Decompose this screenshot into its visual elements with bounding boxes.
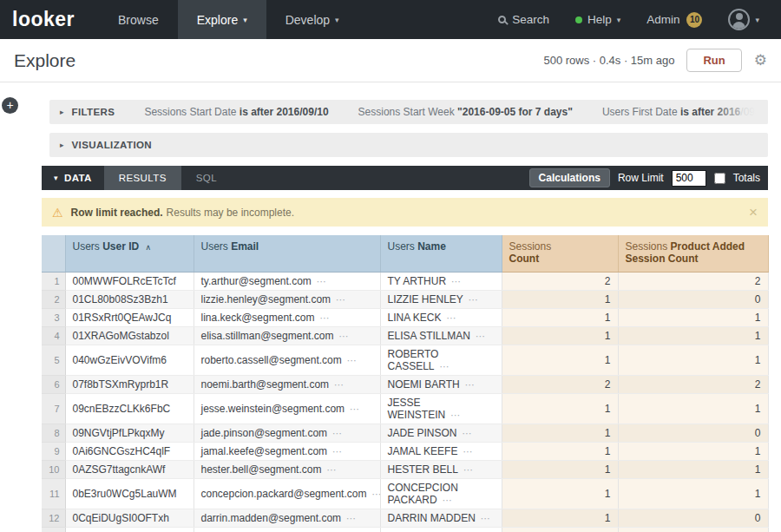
more-icon[interactable]: ⋯: [450, 410, 461, 420]
name-cell[interactable]: ROBERTO CASSELL⋯: [380, 345, 502, 375]
count-cell[interactable]: 1: [502, 527, 618, 532]
count-cell[interactable]: 1: [502, 460, 618, 478]
more-icon[interactable]: ⋯: [469, 294, 479, 305]
more-icon[interactable]: ⋯: [443, 495, 453, 505]
email-cell[interactable]: jesse.weinstein@segment.com⋯: [194, 393, 380, 424]
gear-icon[interactable]: ⚙: [754, 53, 767, 68]
email-cell[interactable]: jade.pinson@segment.com⋯: [194, 424, 380, 442]
count-cell[interactable]: 1: [502, 424, 618, 442]
data-section-toggle[interactable]: ▾ DATA: [42, 173, 104, 183]
user-id-cell[interactable]: 01XRAGoMGstabzol: [65, 326, 194, 345]
product-added-count-cell[interactable]: 1: [618, 345, 768, 375]
count-cell[interactable]: 1: [502, 442, 618, 460]
email-cell[interactable]: lizzie.henley@segment.com⋯: [194, 290, 380, 308]
product-added-count-cell[interactable]: 0: [618, 290, 768, 308]
more-icon[interactable]: ⋯: [463, 428, 473, 438]
email-cell[interactable]: jamal.keefe@segment.com⋯: [194, 442, 380, 460]
run-button[interactable]: Run: [686, 49, 741, 72]
calculations-button[interactable]: Calculations: [529, 168, 610, 187]
nav-browse[interactable]: Browse: [99, 0, 178, 39]
name-cell[interactable]: JADE PINSON⋯: [380, 424, 502, 442]
col-header-name[interactable]: Users Name: [380, 235, 502, 272]
more-icon[interactable]: ⋯: [317, 276, 327, 286]
name-cell[interactable]: JAMAL KEEFE⋯: [380, 442, 502, 460]
add-button[interactable]: +: [2, 97, 18, 114]
count-cell[interactable]: 1: [502, 326, 618, 345]
count-cell[interactable]: 2: [502, 375, 618, 393]
product-added-count-cell[interactable]: 1: [618, 393, 768, 424]
more-icon[interactable]: ⋯: [332, 446, 343, 456]
email-cell[interactable]: elisa.stillman@segment.com⋯: [194, 326, 380, 345]
nav-user-menu[interactable]: ▾: [715, 0, 772, 39]
user-id-cell[interactable]: 0d8R3WIUB8pllNwh: [65, 527, 194, 532]
tab-results[interactable]: RESULTS: [104, 166, 181, 190]
col-header-count[interactable]: Sessions Count: [502, 235, 618, 272]
tab-sql[interactable]: SQL: [181, 166, 232, 190]
product-added-count-cell[interactable]: 2: [618, 375, 768, 393]
more-icon[interactable]: ⋯: [336, 294, 346, 305]
name-cell[interactable]: ELISA STILLMAN⋯: [380, 326, 502, 345]
email-cell[interactable]: darrin.madden@segment.com⋯: [194, 509, 380, 527]
email-cell[interactable]: hester.bell@segment.com⋯: [194, 460, 380, 478]
more-icon[interactable]: ⋯: [463, 446, 473, 456]
name-cell[interactable]: TY ARTHUR⋯: [380, 272, 502, 290]
more-icon[interactable]: ⋯: [440, 361, 450, 371]
name-cell[interactable]: NOEMI BARTH⋯: [380, 375, 502, 393]
more-icon[interactable]: ⋯: [451, 276, 462, 286]
more-icon[interactable]: ⋯: [347, 355, 358, 365]
product-added-count-cell[interactable]: 1: [618, 478, 768, 509]
more-icon[interactable]: ⋯: [332, 428, 343, 438]
nav-admin[interactable]: Admin 10: [633, 0, 715, 39]
user-id-cell[interactable]: 01RSxRrt0QEAwJCq: [65, 308, 194, 326]
count-cell[interactable]: 1: [502, 290, 618, 308]
looker-logo[interactable]: looker: [0, 0, 99, 39]
more-icon[interactable]: ⋯: [465, 379, 476, 390]
user-id-cell[interactable]: 0bE3ru0WCg5LauWM: [65, 478, 194, 509]
user-id-cell[interactable]: 0AZSG7ttagcnkAWf: [65, 460, 194, 478]
col-header-email[interactable]: Users Email: [194, 235, 380, 272]
name-cell[interactable]: HESTER BELL⋯: [380, 460, 502, 478]
name-cell[interactable]: LINA KECK⋯: [380, 308, 502, 326]
product-added-count-cell[interactable]: 1: [618, 326, 768, 345]
user-id-cell[interactable]: 09NGVtjPfLPkqxMy: [65, 424, 194, 442]
product-added-count-cell[interactable]: 0: [618, 527, 768, 532]
col-header-user-id[interactable]: Users User ID ∧: [65, 235, 194, 272]
product-added-count-cell[interactable]: 1: [618, 460, 768, 478]
visualization-section[interactable]: ▸ VISUALIZATION: [49, 133, 768, 157]
sort-asc-icon[interactable]: ∧: [146, 243, 152, 252]
more-icon[interactable]: ⋯: [334, 379, 345, 390]
nav-search[interactable]: Search: [485, 0, 562, 39]
more-icon[interactable]: ⋯: [476, 331, 486, 341]
nav-explore[interactable]: Explore ▾: [178, 0, 266, 39]
nav-develop[interactable]: Develop ▾: [266, 0, 358, 39]
more-icon[interactable]: ⋯: [371, 489, 380, 499]
more-icon[interactable]: ⋯: [447, 312, 457, 323]
user-id-cell[interactable]: 00MWWFOLRcETcTcf: [65, 272, 194, 290]
more-icon[interactable]: ⋯: [350, 404, 360, 414]
expand-arrow-icon[interactable]: ▸: [60, 108, 64, 116]
user-id-cell[interactable]: 0Ai6GNCGszHC4qlF: [65, 442, 194, 460]
name-cell[interactable]: LIZZIE HENLEY⋯: [380, 290, 502, 308]
user-id-cell[interactable]: 09cnEBzzCLKk6FbC: [65, 393, 194, 424]
email-cell[interactable]: roberto.cassell@segment.com⋯: [194, 345, 380, 375]
count-cell[interactable]: 1: [502, 393, 618, 424]
email-cell[interactable]: ty.arthur@segment.com⋯: [194, 272, 380, 290]
name-cell[interactable]: CONCEPCION PACKARD⋯: [380, 478, 502, 509]
user-id-cell[interactable]: 040wGzEivVOVifm6: [65, 345, 194, 375]
product-added-count-cell[interactable]: 0: [618, 509, 768, 527]
email-cell[interactable]: noemi.barth@segment.com⋯: [194, 375, 380, 393]
row-limit-input[interactable]: [672, 170, 706, 187]
count-cell[interactable]: 1: [502, 308, 618, 326]
name-cell[interactable]: TERRY NUTT⋯: [380, 527, 502, 532]
count-cell[interactable]: 1: [502, 509, 618, 527]
nav-help[interactable]: Help ▾: [562, 0, 633, 39]
close-icon[interactable]: ×: [749, 205, 758, 220]
more-icon[interactable]: ⋯: [319, 312, 330, 323]
user-id-cell[interactable]: 07f8bTSXmRyprb1R: [65, 375, 194, 393]
email-cell[interactable]: concepcion.packard@segment.com⋯: [194, 478, 380, 509]
count-cell[interactable]: 1: [502, 478, 618, 509]
user-id-cell[interactable]: 01CL80b08Sz3Bzh1: [65, 290, 194, 308]
more-icon[interactable]: ⋯: [463, 464, 474, 475]
more-icon[interactable]: ⋯: [338, 331, 349, 341]
totals-checkbox[interactable]: [714, 173, 725, 184]
